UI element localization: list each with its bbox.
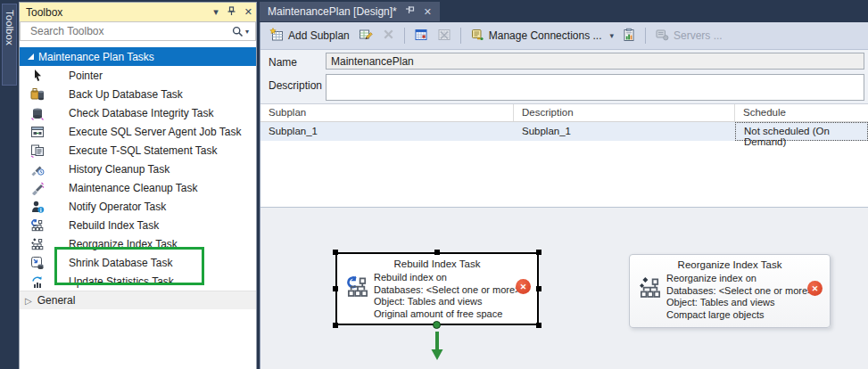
toolbox-item-shrink-database[interactable]: Shrink Database Task [20,253,256,272]
add-subplan-button[interactable]: Add Subplan [266,26,353,46]
pointer-icon [30,69,45,83]
toolbox-category-general[interactable]: ▷ General [20,291,256,309]
schedule-cell[interactable]: Not scheduled (On Demand) [735,122,868,141]
toolbox-item-execute-sql-agent-job[interactable]: Execute SQL Server Agent Job Task [20,122,256,141]
remove-schedule-button[interactable] [434,26,455,46]
reporting-options-button[interactable] [618,26,640,46]
tab-close-icon[interactable]: ✕ [424,6,432,18]
tsql-statement-icon [30,144,45,158]
subplan-properties-button[interactable] [355,26,376,46]
reorganize-index-task-icon [638,273,666,321]
toolbar-separator [460,28,461,44]
selection-handle[interactable] [333,250,338,255]
collapsed-triangle-icon: ▷ [25,296,32,306]
selection-handle[interactable] [333,323,338,328]
document-tab-title: MaintenancePlan [Design]* [268,5,397,18]
selection-handle[interactable] [536,323,541,328]
subplan-grid: Subplan Description Schedule Subplan_1 S… [260,103,868,207]
servers-icon [655,28,669,45]
toolbox-item-history-cleanup[interactable]: History Cleanup Task [20,160,256,178]
connections-dropdown-icon[interactable]: ▾ [607,31,616,40]
servers-button[interactable]: Servers ... [651,26,726,46]
close-icon[interactable]: ✕ [244,6,252,18]
shrink-database-icon [30,256,45,270]
task-title: Reorganize Index Task [630,259,830,270]
toolbox-search[interactable]: ▾ [20,21,256,41]
plan-properties-form: Name Description [260,50,868,103]
precedence-connector[interactable] [433,321,441,329]
name-label: Name [269,56,297,69]
delete-x-icon [382,28,395,44]
search-options-caret-icon[interactable]: ▾ [245,28,249,36]
toolbox-list: Maintenance Plan Tasks Pointer Back Up D… [20,41,256,369]
task-rebuild-index[interactable]: Rebuild Index Task Rebuild index on Data… [335,252,539,325]
toolbox-title: Toolbox [26,6,213,19]
toolbox-item-rebuild-index[interactable]: Rebuild Index Task [20,216,256,234]
notify-operator-icon [30,200,45,214]
document-tab[interactable]: MaintenancePlan [Design]* ✕ [260,2,440,21]
task-title: Rebuild Index Task [337,258,537,269]
task-reorganize-index[interactable]: Reorganize Index Task Reorganize index o… [629,254,831,328]
expanded-triangle-icon [28,53,34,60]
column-header-schedule[interactable]: Schedule [735,104,868,121]
toolbox-item-execute-tsql-statement[interactable]: Execute T-SQL Statement Task [20,141,256,160]
toolbar-separator [404,28,405,44]
subplan-grid-header: Subplan Description Schedule [260,104,868,122]
report-icon [622,28,636,45]
toolbox-item-pointer[interactable]: Pointer [20,66,256,85]
toolbox-panel: Toolbox ▾ ✕ ▾ Maintenance Plan Tasks Poi… [19,2,257,369]
design-surface[interactable]: Rebuild Index Task Rebuild index on Data… [260,207,868,369]
task-description-lines: Rebuild index on Databases: <Select one … [374,272,520,320]
edit-subplan-icon [359,28,373,45]
search-icon[interactable]: ▾ [232,26,255,37]
selection-handle[interactable] [536,250,541,255]
manage-connections-icon [470,28,484,45]
column-header-subplan[interactable]: Subplan [260,104,514,121]
dock-strip: Toolbox [0,0,19,369]
search-input[interactable] [21,25,232,37]
selection-handle[interactable] [536,286,541,291]
subplan-row[interactable]: Subplan_1 Subplan_1 Not scheduled (On De… [260,122,868,141]
toolbox-category-maintenance-plan-tasks[interactable]: Maintenance Plan Tasks [20,47,256,66]
selection-handle[interactable] [333,286,338,291]
toolbox-item-update-statistics[interactable]: Update Statistics Task [20,272,256,291]
rebuild-index-icon [30,218,45,233]
subplan-schedule-button[interactable] [410,26,432,46]
tab-pin-icon[interactable] [405,5,416,18]
toolbox-item-backup-database[interactable]: Back Up Database Task [20,85,256,103]
history-cleanup-icon [30,162,45,176]
reorganize-index-icon [30,237,45,251]
precedence-arrow[interactable] [430,332,444,361]
column-header-description[interactable]: Description [514,104,735,121]
designer-toolbar: Add Subplan Manage Connections ... ▾ Ser… [260,22,868,50]
plan-description-field[interactable] [326,74,864,101]
description-label: Description [269,79,322,92]
toolbox-collapsed-tab[interactable]: Toolbox [2,4,17,86]
check-database-icon [30,106,45,120]
maintenance-plan-designer: Add Subplan Manage Connections ... ▾ Ser… [260,22,868,369]
toolbox-header: Toolbox ▾ ✕ [20,3,256,21]
toolbar-separator [645,28,646,44]
rebuild-index-task-icon [345,272,374,320]
task-error-badge: ✕ [807,281,823,296]
toolbox-item-check-database-integrity[interactable]: Check Database Integrity Task [20,103,256,122]
subplan-cell[interactable]: Subplan_1 [260,122,514,141]
toolbox-item-notify-operator[interactable]: Notify Operator Task [20,197,256,216]
description-cell[interactable]: Subplan_1 [514,122,735,141]
task-error-badge: ✕ [516,279,531,294]
toolbox-item-maintenance-cleanup[interactable]: Maintenance Cleanup Task [20,178,256,197]
schedule-calendar-icon [414,28,428,45]
toolbox-item-reorganize-index[interactable]: Reorganize Index Task [20,234,256,253]
selection-handle[interactable] [434,250,440,255]
manage-connections-button[interactable]: Manage Connections ... [467,26,606,46]
maintenance-cleanup-icon [30,181,45,195]
update-statistics-icon [30,275,45,289]
task-description-lines: Reorganize index on Databases: <Select o… [666,273,813,321]
plan-name-field[interactable] [326,53,864,70]
backup-database-icon [30,87,45,102]
window-position-icon[interactable]: ▾ [213,6,219,18]
schedule-remove-icon [437,28,451,45]
delete-subplan-button[interactable] [378,26,399,45]
add-subplan-icon [269,28,284,45]
pin-icon[interactable] [227,6,236,18]
